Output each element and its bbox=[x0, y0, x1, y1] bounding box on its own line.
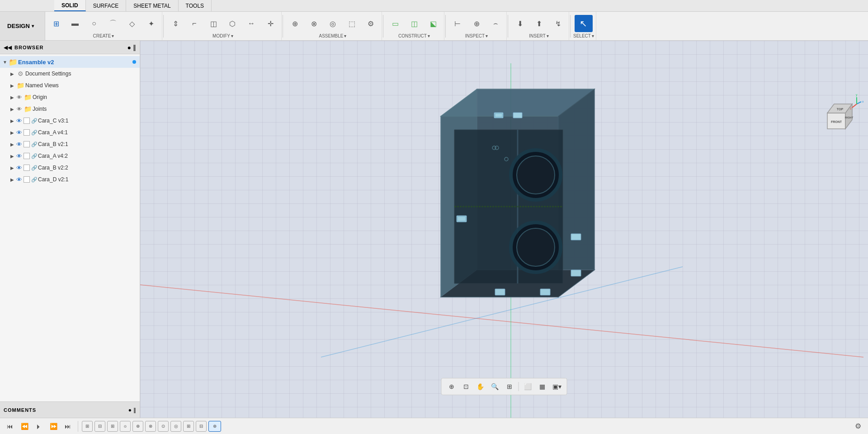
sweep-btn[interactable]: ⌒ bbox=[104, 15, 122, 32]
tree-expand-named[interactable]: ▶ bbox=[9, 82, 15, 89]
3d-model[interactable] bbox=[387, 80, 622, 351]
timeline-btn-8[interactable]: ◎ bbox=[170, 421, 181, 432]
tree-root-item[interactable]: ▼ 📁 Ensamble v2 bbox=[0, 56, 140, 68]
tree-named-views[interactable]: ▶ 📁 Named Views bbox=[0, 80, 140, 91]
tree-expand-cara-d[interactable]: ▶ bbox=[9, 176, 15, 183]
fit-btn[interactable]: ⊞ bbox=[503, 380, 516, 393]
extrude-btn[interactable]: ▬ bbox=[66, 15, 84, 32]
tree-eye-cara-a2[interactable]: 👁 bbox=[15, 152, 23, 160]
midplane-btn[interactable]: ⬕ bbox=[424, 15, 442, 32]
as-built-joint-btn[interactable]: ⊗ bbox=[305, 15, 323, 32]
tree-expand-origin[interactable]: ▶ bbox=[9, 94, 15, 100]
tree-cara-b1[interactable]: ▶ 👁 🔗 Cara_B v2:1 bbox=[0, 138, 140, 150]
zoom-btn[interactable]: 🔍 bbox=[489, 380, 501, 393]
viewport[interactable]: FRONT TOP RIGHT x y z ⊕ ⊡ ✋ 🔍 ⊞ bbox=[140, 41, 868, 418]
tree-eye-cara-b1[interactable]: 👁 bbox=[15, 141, 23, 148]
tab-tools[interactable]: TOOLS bbox=[179, 0, 212, 11]
timeline-btn-11[interactable]: ⊕ bbox=[208, 421, 221, 432]
insert-svg-btn[interactable]: ⬆ bbox=[530, 15, 548, 32]
display-mode-btn[interactable]: ⬜ bbox=[522, 380, 534, 393]
comments-settings-icon[interactable]: ● bbox=[128, 407, 132, 413]
tree-cara-c[interactable]: ▶ 👁 🔗 Cara_C v3:1 bbox=[0, 115, 140, 127]
design-button[interactable]: DESIGN ▾ bbox=[0, 12, 45, 40]
joint-btn[interactable]: ⊕ bbox=[286, 15, 304, 32]
timeline-btn-3[interactable]: ⊞ bbox=[107, 421, 118, 432]
playback-start-btn[interactable]: ⏮ bbox=[4, 420, 16, 433]
timeline-btn-6[interactable]: ⊗ bbox=[145, 421, 156, 432]
tree-eye-origin[interactable]: 👁 bbox=[15, 94, 23, 101]
measure-btn[interactable]: ⊢ bbox=[448, 15, 467, 32]
tree-expand-cara-a2[interactable]: ▶ bbox=[9, 153, 15, 159]
tree-cara-a1[interactable]: ▶ 👁 🔗 Cara_A v4:1 bbox=[0, 127, 140, 138]
fillet-btn[interactable]: ⌐ bbox=[185, 15, 203, 32]
tree-eye-joints[interactable]: 👁 bbox=[15, 105, 23, 113]
settings-gear-btn[interactable]: ⚙ bbox=[852, 420, 864, 433]
tree-cara-d[interactable]: ▶ 👁 🔗 Cara_D v2:1 bbox=[0, 174, 140, 185]
revolve-btn[interactable]: ○ bbox=[85, 15, 103, 32]
tree-checkbox-cara-d[interactable] bbox=[24, 176, 30, 183]
joint-origin-btn[interactable]: ◎ bbox=[324, 15, 342, 32]
press-pull-btn[interactable]: ⇕ bbox=[166, 15, 184, 32]
insert-dxf-btn[interactable]: ↯ bbox=[549, 15, 567, 32]
browser-collapse-icon[interactable]: ◀◀ bbox=[4, 44, 12, 51]
browser-resize-icon[interactable]: ‖ bbox=[133, 44, 136, 51]
browser-settings-icon[interactable]: ● bbox=[127, 44, 131, 51]
tree-checkbox-cara-a2[interactable] bbox=[24, 153, 30, 159]
tree-checkbox-cara-a1[interactable] bbox=[24, 129, 30, 136]
tree-eye-cara-a1[interactable]: 👁 bbox=[15, 129, 23, 136]
select-btn[interactable]: ↖ bbox=[575, 15, 593, 32]
curvature-btn[interactable]: ⌢ bbox=[486, 15, 505, 32]
nav-cube[interactable]: FRONT TOP RIGHT x y z bbox=[823, 90, 859, 127]
new-component-btn[interactable]: ⊞ bbox=[47, 15, 65, 32]
comments-resize-icon[interactable]: ‖ bbox=[133, 407, 136, 413]
timeline-btn-7[interactable]: ⊙ bbox=[158, 421, 169, 432]
tree-expand-root[interactable]: ▼ bbox=[2, 59, 8, 65]
timeline-btn-1[interactable]: ⊞ bbox=[82, 421, 93, 432]
tab-surface[interactable]: SURFACE bbox=[86, 0, 127, 11]
pan-btn[interactable]: ✋ bbox=[474, 380, 487, 393]
grid-btn[interactable]: ▦ bbox=[536, 380, 549, 393]
tree-doc-settings[interactable]: ▶ ⚙ Document Settings bbox=[0, 68, 140, 80]
timeline-btn-10[interactable]: ⊟ bbox=[196, 421, 207, 432]
rigid-group-btn[interactable]: ⬚ bbox=[343, 15, 361, 32]
insert-derive-btn[interactable]: ⬇ bbox=[511, 15, 529, 32]
plane-angle-btn[interactable]: ◫ bbox=[405, 15, 423, 32]
tree-checkbox-cara-b1[interactable] bbox=[24, 141, 30, 147]
drive-joints-btn[interactable]: ⚙ bbox=[362, 15, 380, 32]
tree-expand-cara-c[interactable]: ▶ bbox=[9, 118, 15, 124]
tree-cara-b2[interactable]: ▶ 👁 🔗 Cara_B v2:2 bbox=[0, 162, 140, 174]
tree-joints[interactable]: ▶ 👁 📁 Joints bbox=[0, 103, 140, 115]
timeline-btn-9[interactable]: ⊞ bbox=[183, 421, 194, 432]
tree-cara-a2[interactable]: ▶ 👁 🔗 Cara_A v4:2 bbox=[0, 150, 140, 162]
playback-end-btn[interactable]: ⏭ bbox=[61, 420, 74, 433]
misc-create-btn[interactable]: ✦ bbox=[142, 15, 160, 32]
tree-checkbox-cara-b2[interactable] bbox=[24, 165, 30, 171]
tree-expand-joints[interactable]: ▶ bbox=[9, 106, 15, 112]
tab-solid[interactable]: SOLID bbox=[54, 0, 86, 11]
playback-forward-btn[interactable]: ⏩ bbox=[47, 420, 60, 433]
look-btn[interactable]: ⊡ bbox=[460, 380, 472, 393]
orbit-btn[interactable]: ⊕ bbox=[445, 380, 458, 393]
scale-btn[interactable]: ↔ bbox=[242, 15, 260, 32]
tree-eye-cara-b2[interactable]: 👁 bbox=[15, 164, 23, 171]
tree-eye-cara-d[interactable]: 👁 bbox=[15, 176, 23, 183]
tree-checkbox-cara-c[interactable] bbox=[24, 118, 30, 124]
timeline-btn-2[interactable]: ⊟ bbox=[94, 421, 105, 432]
more-view-btn[interactable]: ▣▾ bbox=[551, 380, 563, 393]
offset-plane-btn[interactable]: ▭ bbox=[386, 15, 404, 32]
tree-eye-cara-c[interactable]: 👁 bbox=[15, 117, 23, 124]
interference-btn[interactable]: ⊕ bbox=[467, 15, 486, 32]
tab-sheet-metal[interactable]: SHEET METAL bbox=[126, 0, 178, 11]
playback-play-btn[interactable]: ⏵ bbox=[33, 420, 45, 433]
tree-expand-doc[interactable]: ▶ bbox=[9, 71, 15, 77]
move-btn[interactable]: ✛ bbox=[261, 15, 279, 32]
tree-origin[interactable]: ▶ 👁 📁 Origin bbox=[0, 91, 140, 103]
tree-expand-cara-a1[interactable]: ▶ bbox=[9, 129, 15, 136]
timeline-btn-4[interactable]: ⌾ bbox=[120, 421, 131, 432]
chamfer-btn[interactable]: ◫ bbox=[204, 15, 222, 32]
tree-expand-cara-b2[interactable]: ▶ bbox=[9, 165, 15, 171]
tree-expand-cara-b1[interactable]: ▶ bbox=[9, 141, 15, 147]
shell-btn[interactable]: ⬡ bbox=[223, 15, 241, 32]
playback-back-btn[interactable]: ⏪ bbox=[18, 420, 31, 433]
tree-visible-icon[interactable] bbox=[132, 60, 136, 64]
